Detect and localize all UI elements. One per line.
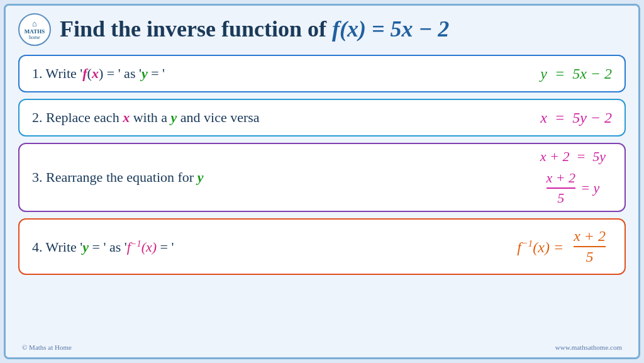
step-3-math-line1: x + 2 = 5y [540,148,606,165]
step-4-fraction: x + 2 5 [574,228,606,265]
step-3-fraction: x + 2 5 [547,170,576,206]
steps-container: 1. Write 'f(x) = ' as 'y = ' y = 5x − 2 … [18,55,626,275]
step-3-math-line2: x + 2 5 = y [547,170,600,206]
step-4-row: 4. Write 'y = ' as 'f−1(x) = ' f−1(x) = … [32,238,612,255]
step-4-denominator: 5 [586,247,594,265]
step-2-math: x = 5y − 2 [540,109,612,126]
step-3-box: 3. Rearrange the equation for y x + 2 = … [18,143,626,212]
step-1-label: 1. Write 'f(x) = ' as 'y = ' [32,65,540,82]
step-2-box: 2. Replace each x with a y and vice vers… [18,99,626,137]
step-1-math: y = 5x − 2 [540,65,612,82]
step-3-text: 3. Rearrange the equation for y [32,169,203,185]
house-icon: ⌂ [32,19,37,29]
step-4-box: 4. Write 'y = ' as 'f−1(x) = ' f−1(x) = … [18,218,626,275]
footer-left: © Maths at Home [22,343,72,351]
step-1-box: 1. Write 'f(x) = ' as 'y = ' y = 5x − 2 [18,55,626,92]
step-2-text: 2. Replace each x with a y and vice vers… [32,109,260,125]
step-3-row: 3. Rearrange the equation for y x + 2 = … [32,169,612,186]
step-3-denominator: 5 [557,189,564,206]
step-3-math: x + 2 = 5y x + 2 5 = y [540,148,606,206]
logo-home-text: home [29,35,40,40]
step-4-text: 4. Write 'y = ' as 'f−1(x) = ' [32,239,174,255]
step-3-equals-y: = y [580,180,599,196]
footer-right: www.mathsathome.com [555,343,622,351]
step-4-numerator: x + 2 [574,228,606,247]
main-container: ⌂ MATHS home Find the inverse function o… [4,4,640,359]
step-4-math: f−1(x) = x + 2 5 [517,228,606,265]
step-4-finv: f−1(x) = [517,238,564,256]
step-1-row: 1. Write 'f(x) = ' as 'y = ' y = 5x − 2 [32,65,612,82]
step-3-numerator: x + 2 [547,170,576,189]
step-2-label: 2. Replace each x with a y and vice vers… [32,109,540,126]
header: ⌂ MATHS home Find the inverse function o… [18,13,626,46]
logo: ⌂ MATHS home [18,13,51,46]
step-1-text: 1. Write 'f(x) = ' as 'y = ' [32,65,165,81]
logo-maths-text: MATHS [25,29,45,35]
step-2-row: 2. Replace each x with a y and vice vers… [32,109,612,126]
step-3-label: 3. Rearrange the equation for y [32,169,322,186]
page-title: Find the inverse function of f(x) = 5x −… [60,16,449,43]
title-function: f(x) = 5x − 2 [332,16,449,42]
footer: © Maths at Home www.mathsathome.com [22,343,622,351]
